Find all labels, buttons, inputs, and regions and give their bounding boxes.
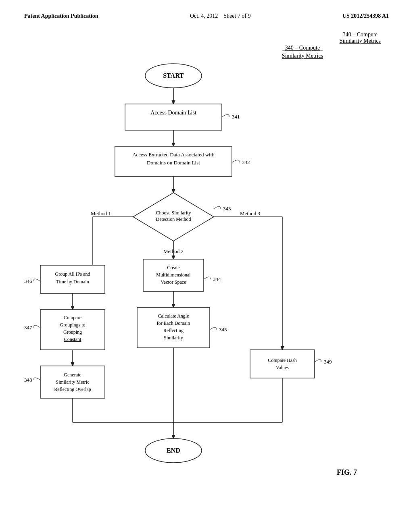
n343-line2: Detection Method <box>156 216 191 222</box>
header-center: Oct. 4, 2012 Sheet 7 of 9 <box>190 13 250 19</box>
header-date: Oct. 4, 2012 <box>190 13 218 19</box>
ref345: 345 <box>219 326 227 332</box>
n344-line2: Multidimensional <box>156 272 191 278</box>
method3-label: Method 3 <box>240 210 260 216</box>
n345-line3: Reflecting <box>163 328 184 333</box>
n348-line1: Generate <box>64 372 81 378</box>
fig-label: FIG. 7 <box>337 468 357 476</box>
n347-line2: Groupings to <box>60 322 86 328</box>
ref343: 343 <box>223 206 231 212</box>
n345-line1: Calculate Angle <box>158 313 189 319</box>
start-label: START <box>163 72 184 79</box>
n345-line2: for Each Domain <box>157 320 190 326</box>
header-right: US 2012/254398 A1 <box>342 13 389 19</box>
n349-line2: Values <box>276 365 289 370</box>
n347-line3: Grouping <box>63 329 82 335</box>
ref348: 348 <box>24 377 32 383</box>
ref341: 341 <box>232 114 240 120</box>
method1-label: Method 1 <box>91 210 111 216</box>
n345-line4: Similarity <box>164 335 183 341</box>
flowchart-svg: START Access Domain List 341 Access Extr… <box>0 23 413 507</box>
n342-line2: Domains on Domain List <box>147 160 200 166</box>
n347-line1: Compare <box>64 315 81 320</box>
n342-line1: Access Extracted Data Associated with <box>132 152 215 158</box>
end-label: END <box>167 447 180 454</box>
ref349: 349 <box>324 359 332 365</box>
n343-line1: Choose Similarity <box>156 210 191 216</box>
n348-line3: Reflecting Overlap <box>54 387 91 392</box>
n349-line1: Compare Hash <box>268 357 297 363</box>
header-sheet: Sheet 7 of 9 <box>223 13 250 19</box>
n346-line1: Group All IPs and <box>55 271 90 277</box>
ref346: 346 <box>24 278 32 284</box>
svg-rect-22 <box>250 350 315 378</box>
top-title-label: Similarity Metrics <box>282 53 323 59</box>
n344-line1: Create <box>167 265 179 270</box>
n348-line2: Similarity Metric <box>56 379 90 385</box>
ref344: 344 <box>213 276 221 282</box>
n347-line4: Constant <box>64 337 81 342</box>
n346-line2: Time by Domain <box>56 279 89 285</box>
ref347: 347 <box>24 324 32 330</box>
page-header: Patent Application Publication Oct. 4, 2… <box>0 0 413 19</box>
top-ref-label: 340 – Compute <box>285 45 320 51</box>
svg-rect-2 <box>125 104 222 130</box>
diagram: 340 – Compute Similarity Metrics START A… <box>0 23 413 507</box>
header-left: Patent Application Publication <box>24 13 98 19</box>
n344-line3: Vector Space <box>161 279 186 285</box>
n341-label: Access Domain List <box>150 110 196 116</box>
ref342: 342 <box>242 159 250 165</box>
